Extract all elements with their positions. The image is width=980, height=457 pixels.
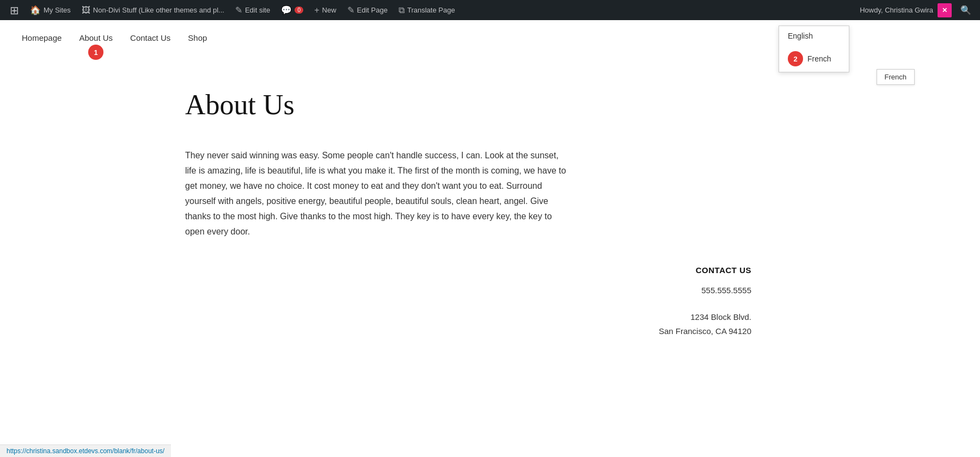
translate-label: Translate Page [407, 6, 455, 14]
admin-comments[interactable]: 💬 0 [275, 0, 309, 20]
address-line1: 1234 Block Blvd. [185, 310, 751, 324]
english-label: English [788, 32, 813, 40]
admin-bar: ⊞ 🏠 My Sites 🖼 Non-Divi Stuff (Like othe… [0, 0, 980, 20]
status-bar: https://christina.sandbox.etdevs.com/bla… [0, 444, 171, 457]
lang-french[interactable]: 2 French [779, 46, 849, 72]
search-icon[interactable]: 🔍 [956, 5, 976, 15]
new-icon: + [314, 5, 319, 15]
comments-count: 0 [295, 7, 303, 14]
contact-heading: CONTACT US [185, 265, 751, 275]
site-nav: Homepage About Us 1 Contact Us Shop Engl… [0, 20, 980, 55]
edit-site-label: Edit site [245, 6, 270, 14]
contact-section: CONTACT US 555.555.5555 1234 Block Blvd.… [185, 265, 795, 338]
my-sites-icon: 🏠 [30, 5, 41, 15]
nav-homepage[interactable]: Homepage [22, 31, 62, 45]
nav-contact-us[interactable]: Contact Us [130, 31, 170, 45]
new-label: New [322, 6, 336, 14]
my-sites-label: My Sites [44, 6, 71, 14]
contact-address: 1234 Block Blvd. San Francisco, CA 94120 [185, 310, 751, 338]
admin-new[interactable]: + New [309, 0, 341, 20]
admin-non-divi[interactable]: 🖼 Non-Divi Stuff (Like other themes and … [76, 0, 230, 20]
nav-shop[interactable]: Shop [188, 31, 207, 45]
comments-icon: 💬 [281, 5, 292, 15]
non-divi-icon: 🖼 [82, 5, 90, 15]
french-label: French [807, 54, 831, 63]
status-url: https://christina.sandbox.etdevs.com/bla… [7, 447, 164, 455]
wordpress-icon[interactable]: ⊞ [4, 4, 24, 17]
step-badge-2: 2 [788, 51, 803, 66]
admin-translate[interactable]: ⧉ Translate Page [393, 0, 461, 20]
user-avatar[interactable]: ✕ [938, 3, 952, 17]
edit-page-label: Edit Page [357, 6, 388, 14]
admin-edit-page[interactable]: ✎ Edit Page [342, 0, 393, 20]
main-content: About Us They never said winning was eas… [163, 55, 817, 360]
edit-page-icon: ✎ [347, 5, 354, 15]
language-dropdown-container: English 2 French [779, 26, 849, 72]
language-dropdown: English 2 French [779, 26, 849, 72]
contact-phone: 555.555.5555 [185, 286, 751, 295]
page-title: About Us [185, 88, 795, 122]
french-tooltip: French [877, 69, 915, 85]
nav-about-us[interactable]: About Us [79, 31, 113, 45]
admin-edit-site[interactable]: ✎ Edit site [230, 0, 275, 20]
edit-site-icon: ✎ [235, 5, 242, 15]
translate-icon: ⧉ [399, 5, 405, 15]
howdy-text: Howdy, Christina Gwira [860, 6, 933, 14]
address-line2: San Francisco, CA 94120 [185, 324, 751, 338]
step-badge-1: 1 [88, 45, 103, 60]
non-divi-label: Non-Divi Stuff (Like other themes and pl… [93, 6, 224, 14]
page-body: They never said winning was easy. Some p… [185, 148, 566, 239]
admin-my-sites[interactable]: 🏠 My Sites [24, 0, 76, 20]
lang-english[interactable]: English [779, 26, 849, 46]
